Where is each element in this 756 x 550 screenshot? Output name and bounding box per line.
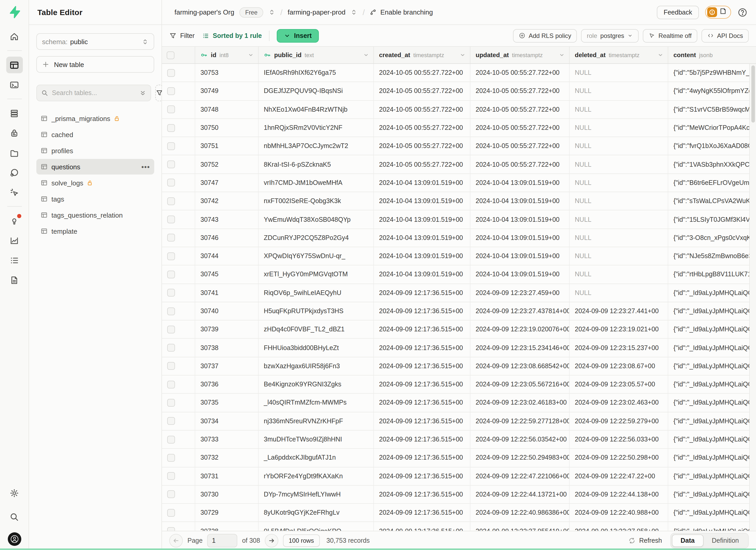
- cell-created_at[interactable]: 2024-09-09 12:17:36.515+00: [374, 431, 470, 448]
- cell-deleted_at[interactable]: NULL: [570, 266, 668, 284]
- cell-updated_at[interactable]: 2024-10-04 13:09:01.519+00: [470, 174, 570, 192]
- cell-content[interactable]: {"id":"_Id9aLyJpMHQLaiQC: [668, 302, 756, 320]
- cell-updated_at[interactable]: 2024-09-09 12:22:40.986386+00: [470, 504, 570, 522]
- chevron-down-icon[interactable]: [460, 52, 466, 58]
- cell-updated_at[interactable]: 2024-09-09 12:22:59.277128+00: [470, 412, 570, 430]
- cell-updated_at[interactable]: 2024-10-04 13:09:01.519+00: [470, 247, 570, 265]
- cell-id[interactable]: 30745: [195, 266, 259, 284]
- cell-content[interactable]: {"id":"_Id9aLyJpMHQLaiQC: [668, 320, 756, 338]
- chevrons-down-icon[interactable]: [139, 89, 146, 97]
- cell-deleted_at[interactable]: 2024-09-09 12:23:02.463+00: [570, 394, 668, 412]
- cell-id[interactable]: 30729: [195, 504, 259, 522]
- column-header-public_id[interactable]: public_idtext: [259, 47, 374, 63]
- cell-deleted_at[interactable]: 2024-09-09 12:22:56.033+00: [570, 431, 668, 448]
- cell-updated_at[interactable]: 2024-10-04 13:09:01.519+00: [470, 229, 570, 247]
- cell-public_id[interactable]: _La6pddxcKJIbgufATJ1n: [259, 449, 374, 467]
- cell-deleted_at[interactable]: 2024-09-09 12:22:47.22+00: [570, 467, 668, 485]
- sidebar-item-cached[interactable]: cached: [36, 127, 154, 142]
- chevron-down-icon[interactable]: [363, 52, 369, 58]
- notifications-button[interactable]: [705, 6, 731, 19]
- cell-id[interactable]: 30728: [195, 522, 259, 531]
- row-checkbox[interactable]: [167, 509, 175, 517]
- feedback-button[interactable]: Feedback: [657, 5, 699, 19]
- cell-public_id[interactable]: nxFT002ISeRE-Qobg3K3k: [259, 192, 374, 210]
- cell-public_id[interactable]: 8KraI-tSI-6-pSZcknaK5: [259, 156, 374, 173]
- row-checkbox[interactable]: [167, 197, 175, 205]
- cell-content[interactable]: {"id":"NJe5s8ZmBwnoB6e3: [668, 247, 756, 265]
- cell-updated_at[interactable]: 2024-09-09 12:23:08.668542+00: [470, 357, 570, 375]
- cell-content[interactable]: {"id":"_Id9aLyJpMHQLaiQC: [668, 486, 756, 504]
- cell-created_at[interactable]: 2024-09-09 12:17:36.515+00: [374, 284, 470, 302]
- vertical-scrollbar[interactable]: [749, 64, 756, 531]
- cell-updated_at[interactable]: 2024-09-09 12:22:44.13721+00: [470, 486, 570, 504]
- cell-public_id[interactable]: YwEmuWdqT38XoSB048QYp: [259, 211, 374, 229]
- cell-id[interactable]: 30742: [195, 192, 259, 210]
- table-menu-button[interactable]: •••: [141, 163, 150, 171]
- cell-updated_at[interactable]: 2024-10-04 13:09:01.519+00: [470, 192, 570, 210]
- rows-per-page-button[interactable]: 100 rows: [283, 534, 320, 547]
- row-checkbox[interactable]: [167, 216, 175, 223]
- cell-deleted_at[interactable]: NULL: [570, 284, 668, 302]
- nav-database[interactable]: [6, 105, 23, 122]
- nav-command-search[interactable]: [6, 508, 23, 525]
- row-checkbox[interactable]: [167, 527, 175, 531]
- cell-public_id[interactable]: nbMhHL3AP7OcCJymc2wT2: [259, 137, 374, 155]
- previous-page-button[interactable]: [169, 534, 183, 547]
- nav-sql-editor[interactable]: [6, 76, 23, 93]
- cell-content[interactable]: {"id":"S1vrVC5BrB59wqcM4: [668, 100, 756, 118]
- cell-public_id[interactable]: vrIh7CMD-JtM1bOweMHfA: [259, 174, 374, 192]
- cell-created_at[interactable]: 2024-10-05 00:55:27.722+00: [374, 156, 470, 173]
- row-checkbox[interactable]: [167, 417, 175, 425]
- cell-content[interactable]: {"id":"3-O8cn_xPgs0cVxqKE: [668, 229, 756, 247]
- cell-public_id[interactable]: IEfA0sRh9hIXf62Y6ga75: [259, 64, 374, 82]
- nav-authentication[interactable]: [6, 125, 23, 141]
- refresh-button[interactable]: Refresh: [628, 537, 662, 544]
- nav-home[interactable]: [6, 28, 23, 45]
- search-tables-field[interactable]: [36, 85, 151, 101]
- nav-api-docs[interactable]: [6, 272, 23, 288]
- row-checkbox[interactable]: [167, 105, 175, 113]
- add-rls-policy-button[interactable]: Add RLS policy: [513, 29, 577, 42]
- cell-created_at[interactable]: 2024-09-09 12:17:36.515+00: [374, 320, 470, 338]
- cell-id[interactable]: 30747: [195, 174, 259, 192]
- column-header-updated_at[interactable]: updated_attimestamptz: [470, 47, 570, 63]
- chevrons-up-down-icon[interactable]: [268, 9, 275, 16]
- nav-table-editor[interactable]: [6, 57, 23, 73]
- cell-updated_at[interactable]: 2024-09-09 12:22:56.03542+00: [470, 431, 570, 448]
- column-header-created_at[interactable]: created_attimestamptz: [374, 47, 470, 63]
- cell-updated_at[interactable]: 2024-10-04 13:09:01.519+00: [470, 266, 570, 284]
- cell-public_id[interactable]: DGEJfJZPQUV9Q-IBqsNSi: [259, 82, 374, 100]
- row-checkbox[interactable]: [167, 326, 175, 333]
- sidebar-item-tags[interactable]: tags: [36, 191, 154, 207]
- tab-definition[interactable]: Definition: [704, 535, 747, 546]
- scrollbar-thumb[interactable]: [751, 65, 755, 123]
- cell-created_at[interactable]: 2024-10-04 13:09:01.519+00: [374, 247, 470, 265]
- cell-id[interactable]: 30737: [195, 357, 259, 375]
- cell-id[interactable]: 30739: [195, 320, 259, 338]
- cell-content[interactable]: {"id":"_Id9aLyJpMHQLaiQC: [668, 412, 756, 430]
- row-checkbox[interactable]: [167, 252, 175, 260]
- cell-created_at[interactable]: 2024-10-05 00:55:27.722+00: [374, 64, 470, 82]
- cell-created_at[interactable]: 2024-10-05 00:55:27.722+00: [374, 119, 470, 137]
- cell-deleted_at[interactable]: NULL: [570, 211, 668, 229]
- select-all-checkbox[interactable]: [167, 51, 174, 59]
- row-checkbox[interactable]: [167, 271, 175, 278]
- row-checkbox[interactable]: [167, 179, 175, 187]
- cell-content[interactable]: {"id":"rtHbLpgB8V11LUK7152: [668, 266, 756, 284]
- cell-updated_at[interactable]: 2024-09-09 12:23:15.234146+00: [470, 339, 570, 357]
- column-header-id[interactable]: idint8: [195, 47, 259, 63]
- cell-content[interactable]: {"id":"_Id9aLyJpMHQLaiQC: [668, 375, 756, 393]
- cell-id[interactable]: 30748: [195, 100, 259, 118]
- cell-created_at[interactable]: 2024-09-09 12:17:36.515+00: [374, 375, 470, 393]
- cell-created_at[interactable]: 2024-09-09 12:17:36.515+00: [374, 467, 470, 485]
- row-checkbox[interactable]: [167, 69, 175, 77]
- cell-created_at[interactable]: 2024-10-04 13:09:01.519+00: [374, 211, 470, 229]
- cell-id[interactable]: 30750: [195, 119, 259, 137]
- cell-id[interactable]: 30730: [195, 486, 259, 504]
- cell-id[interactable]: 30736: [195, 375, 259, 393]
- cell-content[interactable]: {"id":"_Id9aLyJpMHQLaiQC: [668, 431, 756, 448]
- cell-created_at[interactable]: 2024-09-09 12:17:36.515+00: [374, 357, 470, 375]
- cell-public_id[interactable]: DYp-7mcyMSIrHefLYIwwH: [259, 486, 374, 504]
- cell-updated_at[interactable]: 2024-09-09 12:23:27.459+00: [470, 284, 570, 302]
- cell-public_id[interactable]: H5uqFKpRUTPkjxdysT3HS: [259, 302, 374, 320]
